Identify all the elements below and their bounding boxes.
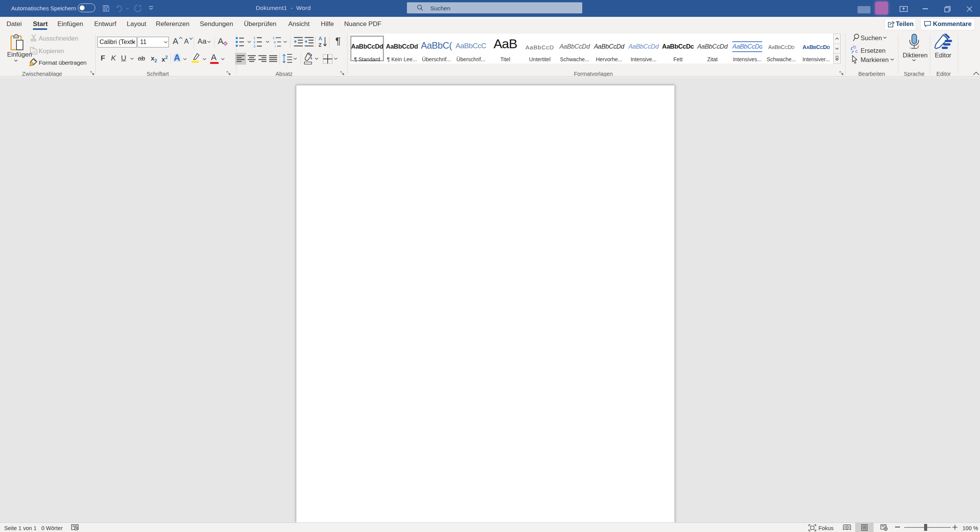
svg-text:Z: Z bbox=[318, 42, 322, 48]
svg-text:2: 2 bbox=[253, 40, 255, 44]
svg-text:1: 1 bbox=[273, 36, 274, 40]
svg-text:A: A bbox=[318, 36, 322, 41]
svg-text:3: 3 bbox=[253, 44, 255, 48]
svg-text:a: a bbox=[274, 40, 276, 44]
svg-text:i: i bbox=[275, 44, 276, 48]
svg-text:1: 1 bbox=[253, 36, 255, 40]
svg-text:c: c bbox=[855, 48, 858, 54]
